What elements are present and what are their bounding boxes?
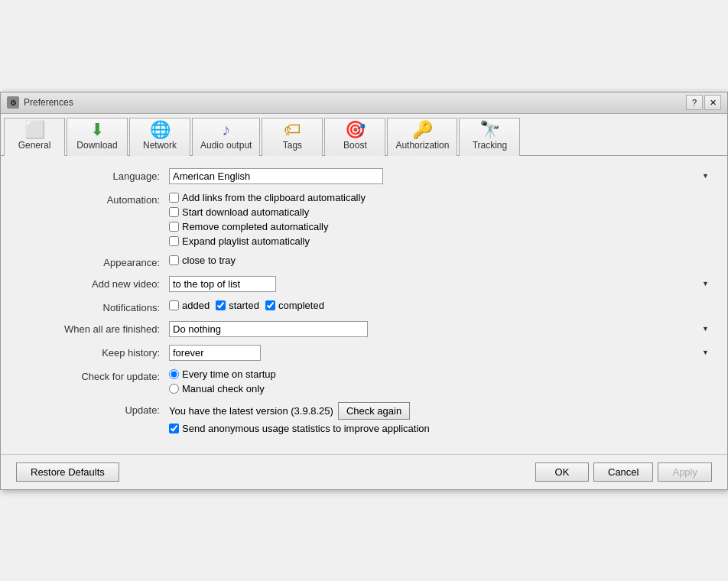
- checkbox-started-label: started: [229, 300, 259, 311]
- history-label: Keep history:: [16, 345, 169, 359]
- tab-general[interactable]: ⬜ General: [4, 118, 65, 156]
- checkbox-completed-label: completed: [278, 300, 324, 311]
- checkbox-expand-playlist[interactable]: [169, 236, 179, 246]
- window-icon: ⚙: [7, 96, 19, 109]
- radio-startup[interactable]: [169, 369, 179, 379]
- tab-tags-label: Tags: [283, 140, 302, 151]
- window-title: Preferences: [24, 97, 73, 108]
- appearance-label: Appearance:: [16, 255, 169, 268]
- radio-startup-label: Every time on startup: [182, 368, 276, 380]
- checkbox-remove-row: Remove completed automatically: [169, 221, 712, 232]
- language-select[interactable]: American English British English French …: [169, 168, 383, 184]
- download-icon: ⬇: [90, 122, 104, 138]
- cancel-button[interactable]: Cancel: [593, 463, 653, 482]
- audio-icon: ♪: [222, 122, 230, 138]
- apply-button[interactable]: Apply: [658, 463, 712, 482]
- tab-download[interactable]: ⬇ Download: [67, 118, 128, 156]
- radio-manual-label: Manual check only: [182, 383, 265, 394]
- add-video-label: Add new video:: [16, 276, 169, 290]
- checkbox-added[interactable]: [169, 300, 179, 310]
- check-update-control: Every time on startup Manual check only: [169, 368, 712, 394]
- preferences-content: Language: American English British Engli…: [1, 156, 727, 454]
- checkbox-tray-row: close to tray: [169, 255, 712, 266]
- tab-network[interactable]: 🌐 Network: [129, 118, 190, 156]
- finished-row: When all are finished: Do nothing Shutdo…: [16, 321, 712, 337]
- update-row: You have the latest version (3.9.8.25) C…: [169, 402, 712, 420]
- footer: Restore Defaults OK Cancel Apply: [1, 454, 727, 489]
- checkbox-completed-row: completed: [265, 300, 324, 311]
- add-video-select[interactable]: to the top of list to the bottom of list: [169, 276, 276, 292]
- checkbox-start-download[interactable]: [169, 207, 179, 217]
- footer-right: OK Cancel Apply: [535, 463, 712, 482]
- tab-tracking-label: Tracking: [473, 140, 508, 151]
- add-video-row: Add new video: to the top of list to the…: [16, 276, 712, 292]
- title-bar: ⚙ Preferences ? ✕: [1, 93, 727, 114]
- checkbox-started-row: started: [216, 300, 259, 311]
- checkbox-links[interactable]: [169, 193, 179, 203]
- authorization-icon: 🔑: [412, 122, 433, 138]
- preferences-window: ⚙ Preferences ? ✕ ⬜ General ⬇ Download 🌐…: [0, 92, 728, 490]
- checkbox-tray-label: close to tray: [182, 255, 236, 266]
- checkbox-added-row: added: [169, 300, 210, 311]
- checkbox-added-label: added: [182, 300, 210, 311]
- tab-general-label: General: [18, 140, 51, 151]
- history-control: forever 1 day 1 week 1 month: [169, 345, 712, 361]
- tab-boost[interactable]: 🎯 Boost: [324, 118, 385, 156]
- close-button[interactable]: ✕: [704, 95, 721, 110]
- checkbox-remove-label: Remove completed automatically: [182, 221, 328, 232]
- checkbox-stats-row: Send anonymous usage statistics to impro…: [169, 423, 712, 434]
- tracking-icon: 🔭: [479, 122, 500, 138]
- tab-network-label: Network: [143, 140, 177, 151]
- tab-audio-label: Audio output: [200, 140, 252, 151]
- update-status-row: Update: You have the latest version (3.9…: [16, 402, 712, 434]
- tab-tags[interactable]: 🏷 Tags: [262, 118, 323, 156]
- radio-manual[interactable]: [169, 384, 179, 394]
- checkbox-start-row: Start download automatically: [169, 206, 712, 218]
- appearance-row: Appearance: close to tray: [16, 255, 712, 268]
- tab-authorization[interactable]: 🔑 Authorization: [387, 118, 457, 156]
- check-again-button[interactable]: Check again: [338, 402, 410, 420]
- history-select[interactable]: forever 1 day 1 week 1 month: [169, 345, 261, 361]
- update-status-text: You have the latest version (3.9.8.25): [169, 405, 333, 417]
- notifications-label: Notifications:: [16, 300, 169, 313]
- checkbox-started[interactable]: [216, 300, 226, 310]
- restore-defaults-button[interactable]: Restore Defaults: [16, 463, 119, 482]
- add-video-select-wrapper: to the top of list to the bottom of list: [169, 276, 712, 292]
- history-select-wrapper: forever 1 day 1 week 1 month: [169, 345, 712, 361]
- network-icon: 🌐: [150, 122, 171, 138]
- radio-startup-row: Every time on startup: [169, 368, 712, 380]
- checkbox-completed[interactable]: [265, 300, 275, 310]
- checkbox-links-label: Add links from the clipboard automatical…: [182, 192, 366, 203]
- automation-label: Automation:: [16, 192, 169, 206]
- title-controls: ? ✕: [686, 95, 721, 110]
- check-update-label: Check for update:: [16, 368, 169, 382]
- checkbox-start-label: Start download automatically: [182, 206, 309, 218]
- language-control: American English British English French …: [169, 168, 712, 184]
- checkbox-remove-completed[interactable]: [169, 222, 179, 232]
- general-icon: ⬜: [24, 122, 45, 138]
- checkbox-anonymous-stats[interactable]: [169, 424, 179, 433]
- language-label: Language:: [16, 168, 169, 182]
- update-status-control: You have the latest version (3.9.8.25) C…: [169, 402, 712, 434]
- appearance-control: close to tray: [169, 255, 712, 266]
- checkbox-expand-row: Expand playlist automatically: [169, 235, 712, 247]
- notifications-control: added started completed: [169, 300, 712, 311]
- title-bar-left: ⚙ Preferences: [7, 96, 73, 109]
- checkbox-links-row: Add links from the clipboard automatical…: [169, 192, 712, 203]
- tab-bar: ⬜ General ⬇ Download 🌐 Network ♪ Audio o…: [1, 114, 727, 156]
- notifications-row: Notifications: added started completed: [16, 300, 712, 313]
- automation-row: Automation: Add links from the clipboard…: [16, 192, 712, 247]
- help-button[interactable]: ?: [686, 95, 703, 110]
- language-row: Language: American English British Engli…: [16, 168, 712, 184]
- ok-button[interactable]: OK: [535, 463, 589, 482]
- update-status-label: Update:: [16, 402, 169, 416]
- tab-tracking[interactable]: 🔭 Tracking: [459, 118, 520, 156]
- checkbox-expand-label: Expand playlist automatically: [182, 235, 310, 247]
- tab-boost-label: Boost: [343, 140, 367, 151]
- add-video-control: to the top of list to the bottom of list: [169, 276, 712, 292]
- tab-audio-output[interactable]: ♪ Audio output: [192, 118, 260, 156]
- checkbox-stats-label: Send anonymous usage statistics to impro…: [182, 423, 430, 434]
- checkbox-close-tray[interactable]: [169, 255, 179, 265]
- tab-download-label: Download: [76, 140, 117, 151]
- finished-select[interactable]: Do nothing Shutdown Hibernate Sleep: [169, 321, 368, 337]
